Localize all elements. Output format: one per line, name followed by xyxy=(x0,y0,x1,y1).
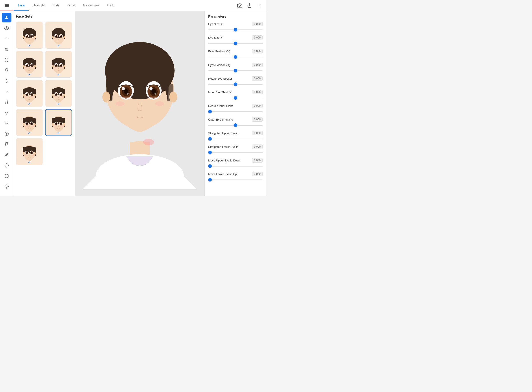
svg-point-89 xyxy=(26,93,27,94)
sidebar-icon-ear2[interactable] xyxy=(2,171,11,181)
param-thumb-5[interactable] xyxy=(234,96,237,100)
param-thumb-9[interactable] xyxy=(208,151,212,154)
param-slider-2[interactable] xyxy=(208,55,263,59)
sidebar-icon-nose[interactable] xyxy=(2,76,11,86)
svg-point-184 xyxy=(155,101,164,106)
character-display xyxy=(83,18,197,189)
param-value-5: 0.000 xyxy=(252,90,263,94)
share-button[interactable] xyxy=(246,2,253,9)
param-slider-3[interactable] xyxy=(208,68,263,73)
sidebar-icon-jaw[interactable] xyxy=(2,118,11,128)
param-slider-5[interactable] xyxy=(208,96,263,100)
face-check-6: ✓ xyxy=(57,102,60,106)
svg-point-175 xyxy=(122,87,125,90)
svg-point-148 xyxy=(23,152,24,155)
param-thumb-0[interactable] xyxy=(234,28,237,32)
svg-point-12 xyxy=(5,164,8,167)
svg-point-20 xyxy=(23,36,24,38)
nav-tab-hairstyle[interactable]: Hairstyle xyxy=(29,0,48,10)
param-slider-1[interactable] xyxy=(208,41,263,46)
sidebar-icon-eye[interactable] xyxy=(2,23,11,33)
svg-point-142 xyxy=(54,126,56,127)
sidebar-icon-paint[interactable] xyxy=(2,150,11,160)
sidebar-icon-eyebrow[interactable] xyxy=(2,34,11,44)
svg-point-10 xyxy=(6,133,7,134)
sidebar-icon-mouth[interactable] xyxy=(2,87,11,96)
param-thumb-8[interactable] xyxy=(208,137,212,140)
svg-point-15 xyxy=(6,186,6,186)
param-thumb-3[interactable] xyxy=(234,69,237,72)
param-thumb-6[interactable] xyxy=(208,110,212,113)
param-slider-8[interactable] xyxy=(208,137,263,141)
svg-point-6 xyxy=(5,48,8,51)
param-thumb-10[interactable] xyxy=(208,164,212,168)
param-slider-4[interactable] xyxy=(208,82,263,86)
svg-rect-131 xyxy=(52,118,65,123)
sidebar-icon-head-shape[interactable] xyxy=(2,161,11,170)
face-card-3[interactable]: ✓ xyxy=(16,51,43,78)
face-card-1[interactable]: ✓ xyxy=(16,22,43,49)
svg-point-79 xyxy=(61,67,63,68)
face-card-9[interactable]: ✓ xyxy=(16,138,43,165)
sidebar-icon-face-sets[interactable] xyxy=(2,13,11,23)
svg-point-29 xyxy=(31,35,32,36)
face-card-7[interactable]: ✓ xyxy=(16,109,43,136)
param-thumb-1[interactable] xyxy=(234,42,237,45)
param-row-6: Reduce Inner Slant 0.000 xyxy=(208,104,263,114)
svg-point-84 xyxy=(23,94,24,97)
svg-point-100 xyxy=(52,94,53,97)
svg-point-5 xyxy=(6,28,7,29)
param-slider-11[interactable] xyxy=(208,177,263,182)
face-card-6[interactable]: ✓ xyxy=(45,80,72,107)
param-thumb-7[interactable] xyxy=(234,123,237,127)
svg-rect-51 xyxy=(23,60,36,65)
nav-tab-body[interactable]: Body xyxy=(48,0,63,10)
param-label-1: Eye Size Y xyxy=(208,36,222,39)
param-slider-9[interactable] xyxy=(208,150,263,155)
sidebar-icon-neck[interactable] xyxy=(2,97,11,107)
svg-point-110 xyxy=(54,96,56,98)
menu-button[interactable] xyxy=(4,3,10,8)
sidebar-icon-chin[interactable] xyxy=(2,108,11,117)
sidebar-icon-eye-detail[interactable] xyxy=(2,44,11,54)
face-card-2[interactable]: ✓ xyxy=(45,22,72,49)
svg-point-21 xyxy=(34,36,36,38)
param-slider-0[interactable] xyxy=(208,28,263,32)
sidebar-icon-ear[interactable] xyxy=(2,65,11,75)
top-navigation: FaceHairstyleBodyOutfitAccessoriesLook xyxy=(0,0,266,11)
svg-point-185 xyxy=(143,139,154,145)
param-value-8: 0.000 xyxy=(252,131,263,135)
sidebar-icon-face-detail[interactable] xyxy=(2,129,11,139)
face-check-4: ✓ xyxy=(57,73,60,77)
param-thumb-4[interactable] xyxy=(234,83,237,86)
nav-tab-look[interactable]: Look xyxy=(103,0,118,10)
param-slider-10[interactable] xyxy=(208,164,263,168)
face-card-5[interactable]: ✓ xyxy=(16,80,43,107)
camera-button[interactable] xyxy=(236,2,243,9)
param-slider-6[interactable] xyxy=(208,109,263,114)
face-card-4[interactable]: ✓ xyxy=(45,51,72,78)
svg-rect-83 xyxy=(23,89,36,94)
svg-point-170 xyxy=(169,92,177,103)
sidebar-icon-body-shape[interactable] xyxy=(2,140,11,149)
svg-point-4 xyxy=(6,16,7,18)
sidebar-icon-emotion[interactable] xyxy=(2,182,11,191)
svg-point-157 xyxy=(31,152,32,153)
param-slider-7[interactable] xyxy=(208,123,263,127)
svg-point-181 xyxy=(150,87,153,90)
svg-point-109 xyxy=(60,93,61,94)
nav-tab-outfit[interactable]: Outfit xyxy=(63,0,79,10)
svg-point-14 xyxy=(5,185,8,188)
nav-tab-accessories[interactable]: Accessories xyxy=(79,0,103,10)
svg-point-73 xyxy=(55,64,56,65)
nav-tab-face[interactable]: Face xyxy=(14,0,29,10)
svg-point-183 xyxy=(116,101,124,106)
more-button[interactable] xyxy=(255,2,263,9)
param-thumb-11[interactable] xyxy=(208,178,212,182)
params-list: Eye Size X 0.000 Eye Size Y 0.000 Eyes P… xyxy=(208,22,263,182)
param-thumb-2[interactable] xyxy=(234,55,237,59)
sidebar-icon-face-shape[interactable] xyxy=(2,55,11,65)
param-row-4: Rotate Eye Socket 0.000 xyxy=(208,76,263,86)
face-card-8[interactable]: ✓ xyxy=(45,109,72,136)
svg-point-1 xyxy=(259,4,259,5)
